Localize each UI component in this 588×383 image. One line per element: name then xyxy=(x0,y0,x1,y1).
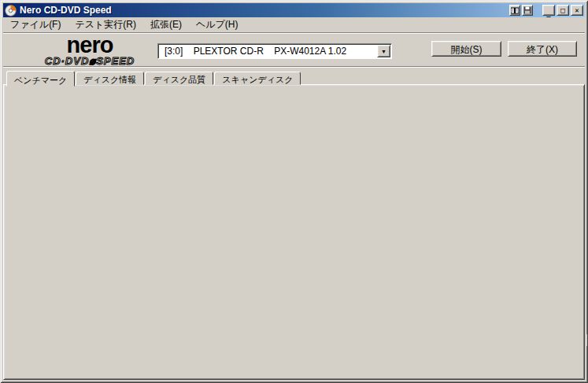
tab-page-benchmark xyxy=(3,84,585,380)
tab-benchmark[interactable]: ベンチマーク xyxy=(6,71,75,87)
start-button[interactable]: 開始(S) xyxy=(431,41,501,57)
menu-extra[interactable]: 拡張(E) xyxy=(143,17,189,33)
window-title: Nero CD-DVD Speed xyxy=(20,5,508,16)
nero-logo-text: nero xyxy=(27,35,153,55)
close-button[interactable]: ✕ xyxy=(571,5,583,16)
tab-scandisc[interactable]: スキャンディスク xyxy=(214,72,301,85)
book-button[interactable] xyxy=(509,5,520,16)
exit-button[interactable]: 終了(X) xyxy=(508,41,577,57)
menu-run-test[interactable]: テスト実行(R) xyxy=(68,17,143,33)
cdspeed-logo-text: CD·DVD⌀SPEED xyxy=(27,55,153,67)
maximize-button[interactable]: □ xyxy=(557,5,569,16)
nero-logo: nero CD·DVD⌀SPEED xyxy=(27,35,153,67)
app-window: Nero CD-DVD Speed _ □ ✕ ファイル(F) テスト実 xyxy=(0,0,588,383)
tab-disc-quality[interactable]: ディスク品質 xyxy=(145,72,213,85)
menu-bar: ファイル(F) テスト実行(R) 拡張(E) ヘルプ(H) xyxy=(3,17,585,32)
tab-disc-info[interactable]: ディスク情報 xyxy=(76,72,144,85)
book-icon xyxy=(511,7,519,14)
tab-strip: ベンチマーク ディスク情報 ディスク品質 スキャンディスク xyxy=(6,70,301,85)
toolbar-separator xyxy=(3,66,585,68)
minimize-button[interactable]: _ xyxy=(542,5,555,16)
dropdown-arrow-icon[interactable]: ▼ xyxy=(377,45,390,57)
drive-selector[interactable]: [3:0] PLEXTOR CD-R PX-W4012A 1.02 ▼ xyxy=(157,43,392,59)
menu-help[interactable]: ヘルプ(H) xyxy=(189,17,246,33)
save-button[interactable] xyxy=(522,5,533,16)
floppy-icon xyxy=(523,6,531,14)
title-bar: Nero CD-DVD Speed _ □ ✕ xyxy=(3,3,585,17)
menu-file[interactable]: ファイル(F) xyxy=(3,17,68,33)
drive-selector-value: [3:0] PLEXTOR CD-R PX-W4012A 1.02 xyxy=(158,46,377,57)
app-cd-icon xyxy=(5,5,17,17)
